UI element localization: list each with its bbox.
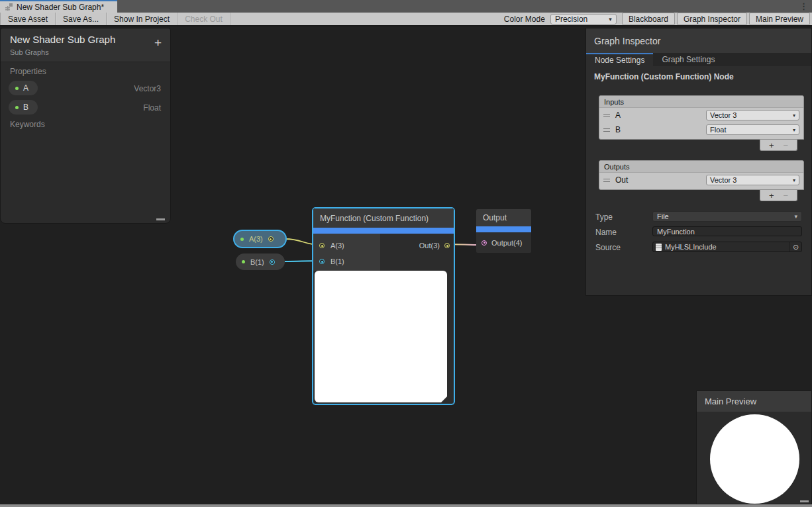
resize-handle[interactable]	[800, 500, 809, 502]
chevron-down-icon: ▾	[793, 177, 795, 183]
main-preview-toggle-button[interactable]: Main Preview	[749, 13, 810, 25]
port-vector3-icon[interactable]	[444, 243, 450, 248]
color-mode-value: Precision	[555, 15, 587, 24]
graph-inspector-title: Graph Inspector	[586, 28, 811, 53]
property-node-b-label: B(1)	[250, 258, 264, 266]
inputs-row-b: B Float ▾	[599, 122, 803, 137]
save-asset-button[interactable]: Save Asset	[0, 13, 56, 25]
input-type-dropdown[interactable]: Vector 3 ▾	[706, 110, 799, 120]
preview-sphere	[710, 414, 799, 504]
color-mode-label: Color Mode	[499, 15, 550, 24]
port-vector3-icon[interactable]	[268, 236, 274, 242]
add-output-button[interactable]: +	[769, 191, 774, 201]
inputs-list: Inputs A Vector 3 ▾ B Float ▾	[599, 95, 804, 140]
graph-canvas[interactable]: A(3) B(1) MyFunction (Custom Function) A…	[0, 28, 812, 504]
add-property-button[interactable]: +	[154, 36, 162, 49]
source-label: Source	[595, 243, 621, 252]
remove-input-button[interactable]: −	[784, 140, 789, 150]
property-name: A	[23, 83, 28, 93]
object-picker-icon[interactable]: ⊙	[789, 242, 801, 252]
property-type-label: Float	[143, 103, 161, 113]
inputs-list-footer: + −	[760, 140, 797, 151]
outputs-row-out: Out Vector 3 ▾	[599, 173, 803, 187]
preview-resize-handle[interactable]	[441, 396, 447, 402]
blackboard-header: New Shader Sub Graph Sub Graphs +	[1, 28, 170, 62]
keywords-section-label: Keywords	[10, 120, 45, 129]
blackboard-property-a[interactable]: A	[9, 81, 38, 95]
main-preview-panel: Main Preview	[696, 391, 812, 504]
name-input[interactable]	[652, 226, 802, 236]
output-port-row-out: Out(3)	[419, 238, 450, 254]
port-float-icon[interactable]	[319, 259, 325, 264]
output-type-dropdown[interactable]: Vector 3 ▾	[706, 175, 799, 185]
property-node-a-label: A(3)	[249, 235, 263, 243]
name-label: Name	[595, 228, 617, 237]
add-input-button[interactable]: +	[769, 140, 774, 150]
resize-handle[interactable]	[156, 218, 165, 220]
input-type-dropdown[interactable]: Float ▾	[706, 124, 799, 135]
graph-inspector-panel: Graph Inspector Node Settings Graph Sett…	[585, 28, 812, 296]
exposed-dot-icon	[242, 260, 245, 263]
output-type-value: Vector 3	[710, 176, 736, 184]
input-port-label: A(3)	[330, 242, 344, 250]
properties-section-label: Properties	[10, 67, 46, 76]
chevron-down-icon: ▾	[793, 127, 795, 133]
input-type-value: Float	[710, 126, 726, 134]
blackboard-property-b[interactable]: B	[9, 100, 38, 115]
tab-title: New Shader Sub Graph*	[17, 3, 104, 12]
exposed-dot-icon	[15, 106, 19, 109]
property-node-a[interactable]: A(3)	[233, 230, 287, 248]
exposed-dot-icon	[15, 87, 19, 90]
outputs-list: Outputs Out Vector 3 ▾	[599, 160, 804, 190]
chevron-down-icon: ▾	[794, 213, 797, 220]
node-accent-bar	[313, 228, 454, 234]
blackboard-subtitle: Sub Graphs	[10, 48, 170, 56]
port-float-icon[interactable]	[270, 259, 275, 265]
exposed-dot-icon	[240, 238, 244, 241]
color-mode-dropdown[interactable]: Precision ▾	[550, 14, 617, 24]
tab-graph-settings[interactable]: Graph Settings	[653, 53, 723, 66]
inputs-row-a: A Vector 3 ▾	[599, 108, 803, 122]
check-out-button[interactable]: Check Out	[178, 13, 230, 25]
blackboard-toggle-button[interactable]: Blackboard	[622, 13, 675, 25]
port-vector3-icon[interactable]	[319, 243, 325, 248]
property-name: B	[23, 103, 28, 112]
input-name: B	[615, 125, 621, 134]
node-myfunction[interactable]: MyFunction (Custom Function) A(3) B(1) O…	[313, 208, 454, 404]
node-settings-heading: MyFunction (Custom Function) Node	[594, 72, 734, 81]
node-title: MyFunction (Custom Function)	[313, 208, 454, 228]
chevron-down-icon: ▾	[793, 113, 795, 118]
node-accent-bar	[476, 226, 531, 232]
input-port-row-b: B(1)	[313, 254, 380, 269]
property-node-b[interactable]: B(1)	[236, 254, 285, 270]
graph-inspector-toggle-button[interactable]: Graph Inspector	[677, 13, 747, 25]
outputs-list-footer: + −	[760, 190, 797, 201]
tab-new-shader-sub-graph[interactable]: New Shader Sub Graph*	[0, 0, 117, 13]
type-label: Type	[595, 212, 613, 222]
blackboard-title: New Shader Sub Graph	[10, 34, 170, 45]
outputs-list-header: Outputs	[599, 161, 803, 173]
kebab-menu-icon[interactable]: ⋮	[799, 1, 808, 12]
port-vector4-icon[interactable]	[482, 240, 487, 246]
chevron-down-icon: ▾	[609, 16, 612, 23]
input-port-label: Output(4)	[491, 239, 522, 247]
remove-output-button[interactable]: −	[784, 191, 789, 201]
drag-handle-icon[interactable]	[603, 179, 610, 182]
save-as-button[interactable]: Save As...	[56, 13, 107, 25]
input-name: A	[615, 111, 621, 120]
input-type-value: Vector 3	[710, 111, 736, 119]
main-preview-title: Main Preview	[697, 391, 811, 412]
type-value: File	[657, 212, 669, 220]
file-icon	[656, 244, 662, 251]
node-output[interactable]: Output Output(4)	[476, 209, 531, 253]
input-port-label: B(1)	[330, 257, 344, 265]
type-dropdown[interactable]: File ▾	[652, 211, 802, 222]
property-type-label: Vector3	[134, 84, 161, 93]
drag-handle-icon[interactable]	[603, 128, 610, 132]
drag-handle-icon[interactable]	[603, 114, 610, 117]
show-in-project-button[interactable]: Show In Project	[107, 13, 178, 25]
output-name: Out	[615, 175, 628, 185]
output-port-label: Out(3)	[419, 242, 440, 250]
source-object-field[interactable]: MyHLSLInclude ⊙	[652, 242, 802, 252]
tab-node-settings[interactable]: Node Settings	[586, 53, 653, 66]
